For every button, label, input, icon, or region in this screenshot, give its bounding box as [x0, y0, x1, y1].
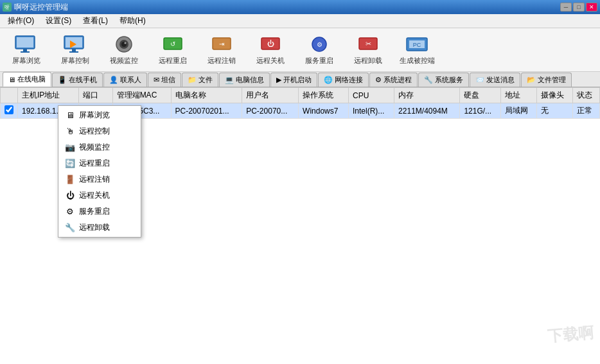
col-camera[interactable]: 摄像头 — [536, 88, 572, 103]
tab-pc-info-icon: 💻 — [225, 76, 234, 84]
col-mem[interactable]: 内存 — [394, 88, 460, 103]
btn-remote-shutdown[interactable]: ⏻ 远程关机 — [248, 31, 293, 69]
ctx-remote-shutdown[interactable]: ⏻ 远程关机 — [58, 187, 141, 204]
tab-network-icon: 🌐 — [324, 76, 333, 84]
tab-online-phone[interactable]: 📱 在线手机 — [52, 73, 103, 87]
col-port[interactable]: 端口 — [78, 88, 112, 103]
btn-screen-control[interactable]: 屏幕控制 — [53, 31, 98, 69]
row-cb[interactable] — [1, 103, 18, 119]
row-disk: 121G/... — [460, 103, 501, 119]
tab-message[interactable]: ✉ 坦信 — [148, 73, 181, 87]
btn-remote-logout-label: 远程注销 — [207, 56, 236, 65]
row-pcname: PC-20070201... — [171, 103, 242, 119]
tab-pc-info-label: 电脑信息 — [236, 75, 264, 85]
toolbar: 屏幕浏览 屏幕控制 视频监控 ↺ — [0, 28, 600, 72]
menu-view[interactable]: 查看(L) — [78, 14, 113, 28]
service-restart-icon: ⚙ — [308, 35, 331, 55]
tab-sendmsg-label: 发送消息 — [486, 75, 515, 85]
tab-online-pc-label: 在线电脑 — [17, 74, 46, 84]
window-title: 啊呀远控管理端 — [14, 2, 68, 13]
tab-service[interactable]: 🔧 系统服务 — [418, 73, 469, 87]
tab-contacts-label: 联系人 — [120, 75, 141, 85]
btn-screen-control-label: 屏幕控制 — [61, 56, 89, 65]
btn-remote-reboot[interactable]: ↺ 远程重启 — [150, 31, 195, 69]
col-disk[interactable]: 硬盘 — [460, 88, 501, 103]
row-mem: 2211M/4094M — [394, 103, 460, 119]
ctx-video-monitor-label: 视频监控 — [79, 142, 110, 153]
row-status: 正常 — [572, 103, 599, 119]
svg-rect-3 — [17, 37, 33, 48]
tab-filemgr[interactable]: 📂 文件管理 — [521, 73, 572, 87]
col-cpu[interactable]: CPU — [349, 88, 394, 103]
ctx-remote-control-icon: 🖱 — [65, 126, 75, 137]
tab-startup-icon: ▶ — [276, 76, 281, 84]
ctx-screen-browse-icon: 🖥 — [65, 110, 75, 121]
menu-help[interactable]: 帮助(H) — [114, 14, 151, 28]
col-cb — [1, 88, 18, 103]
tab-file[interactable]: 📁 文件 — [182, 73, 218, 87]
svg-rect-6 — [69, 51, 78, 53]
tab-process[interactable]: ⚙ 系统进程 — [369, 73, 418, 87]
tab-contacts-icon: 👤 — [109, 76, 118, 84]
tab-network-label: 网络连接 — [335, 75, 363, 85]
svg-text:↺: ↺ — [170, 40, 175, 48]
btn-remote-shutdown-label: 远程关机 — [256, 56, 285, 65]
context-menu: 🖥 屏幕浏览 🖱 远程控制 📷 视频监控 🔄 远程重启 🚪 远程注销 ⏻ — [58, 105, 141, 238]
col-pcname[interactable]: 电脑名称 — [171, 88, 242, 103]
ctx-remote-control[interactable]: 🖱 远程控制 — [58, 123, 141, 139]
col-username[interactable]: 用户名 — [242, 88, 299, 103]
btn-service-restart[interactable]: ⚙ 服务重启 — [297, 31, 342, 69]
tab-contacts[interactable]: 👤 联系人 — [103, 73, 147, 87]
tab-online-pc[interactable]: 🖥 在线电脑 — [3, 72, 51, 87]
tab-network[interactable]: 🌐 网络连接 — [318, 73, 369, 87]
tab-process-label: 系统进程 — [384, 75, 412, 85]
svg-point-12 — [125, 42, 127, 44]
btn-screen-browse[interactable]: 屏幕浏览 — [4, 31, 49, 69]
row-checkbox[interactable] — [4, 105, 13, 114]
tab-file-label: 文件 — [199, 75, 213, 85]
col-status[interactable]: 状态 — [572, 88, 599, 103]
ctx-screen-browse[interactable]: 🖥 屏幕浏览 — [58, 107, 141, 123]
ctx-remote-control-label: 远程控制 — [79, 126, 110, 137]
tab-service-label: 系统服务 — [435, 75, 463, 85]
row-os: Windows7 — [299, 103, 349, 119]
maximize-button[interactable]: □ — [573, 3, 585, 12]
tab-message-label: 坦信 — [161, 75, 175, 85]
uninstall-icon: ✂ — [357, 35, 380, 55]
ctx-remote-logout[interactable]: 🚪 远程注销 — [58, 171, 141, 187]
btn-remote-reboot-label: 远程重启 — [159, 56, 187, 65]
tab-pc-info[interactable]: 💻 电脑信息 — [219, 73, 270, 87]
col-addr[interactable]: 地址 — [500, 88, 536, 103]
ctx-uninstall[interactable]: 🔧 远程卸载 — [58, 220, 141, 236]
tab-startup[interactable]: ▶ 开机启动 — [270, 73, 317, 87]
tab-online-pc-icon: 🖥 — [8, 76, 15, 83]
close-button[interactable]: ✕ — [586, 3, 597, 12]
tab-strip: 🖥 在线电脑 📱 在线手机 👤 联系人 ✉ 坦信 📁 文件 💻 电脑信息 ▶ 开… — [0, 72, 600, 87]
minimize-button[interactable]: ─ — [560, 3, 572, 12]
ctx-service-restart-icon: ⚙ — [65, 207, 75, 217]
btn-remote-logout[interactable]: ⇥ 远程注销 — [199, 31, 244, 69]
ctx-remote-reboot[interactable]: 🔄 远程重启 — [58, 155, 141, 171]
table-header-row: 主机IP地址 端口 管理端MAC 电脑名称 用户名 操作系统 CPU 内存 硬盘… — [1, 88, 600, 103]
col-ip[interactable]: 主机IP地址 — [18, 88, 79, 103]
menu-settings[interactable]: 设置(S) — [40, 14, 76, 28]
tab-startup-label: 开机启动 — [283, 75, 312, 85]
ctx-uninstall-icon: 🔧 — [65, 223, 75, 233]
btn-uninstall[interactable]: ✂ 远程卸载 — [346, 31, 391, 69]
tab-sendmsg[interactable]: 📨 发送消息 — [470, 73, 520, 87]
remote-reboot-icon: ↺ — [161, 35, 184, 55]
title-bar-controls: ─ □ ✕ — [560, 3, 597, 12]
svg-rect-1 — [23, 49, 27, 51]
menu-operation[interactable]: 操作(O) — [3, 14, 39, 28]
col-os[interactable]: 操作系统 — [299, 88, 349, 103]
ctx-remote-reboot-icon: 🔄 — [65, 159, 75, 169]
tab-online-phone-icon: 📱 — [58, 76, 67, 84]
btn-video-monitor[interactable]: 视频监控 — [101, 31, 146, 69]
ctx-video-monitor[interactable]: 📷 视频监控 — [58, 139, 141, 155]
tab-process-icon: ⚙ — [375, 76, 382, 84]
col-mac[interactable]: 管理端MAC — [112, 88, 171, 103]
svg-text:⇥: ⇥ — [219, 40, 224, 48]
ctx-remote-shutdown-label: 远程关机 — [79, 190, 110, 201]
btn-gen-controlled[interactable]: PC 生成被控端 — [394, 31, 439, 69]
ctx-service-restart[interactable]: ⚙ 服务重启 — [58, 204, 141, 220]
